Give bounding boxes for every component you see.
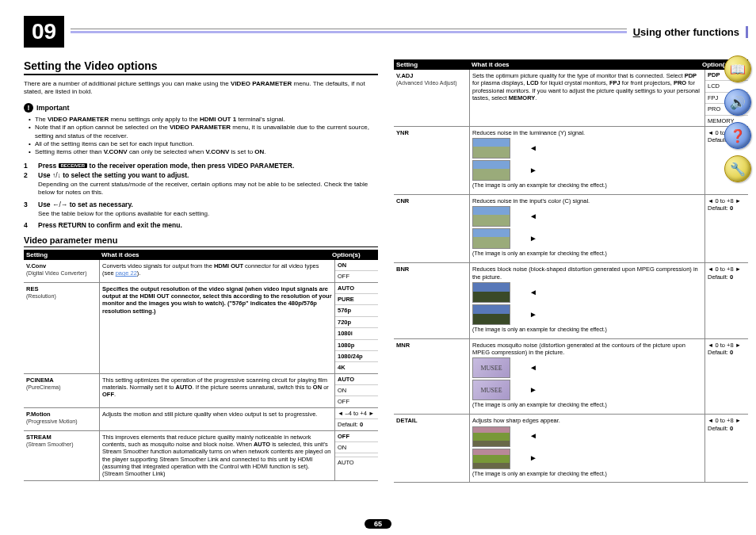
page-header: 09 Using other functions <box>24 16 748 48</box>
step: 2Use ↑/↓ to select the setting you want … <box>24 171 378 179</box>
image-note: (The image is only an example for checki… <box>472 327 702 334</box>
example-thumb: MUSEE <box>472 380 510 400</box>
arrow-right-icon: ► <box>529 166 537 176</box>
header-rule <box>71 31 627 33</box>
table-row: RES(Resolution)Specifies the output reso… <box>24 283 378 374</box>
table-row: BNRReduces block noise (block-shaped dis… <box>394 263 748 339</box>
image-note: (The image is only an example for checki… <box>472 182 702 189</box>
table-row: CNRReduces noise in the input's color (C… <box>394 195 748 263</box>
important-heading: ! Important <box>24 103 378 113</box>
table-row: YNRReduces noise in the luminance (Y) si… <box>394 127 748 195</box>
example-thumb: MUSEE <box>472 357 510 378</box>
help-icon[interactable]: ❓ <box>724 122 751 149</box>
example-thumb <box>472 282 510 303</box>
important-bullets: The VIDEO PARAMETER menu settings only a… <box>29 116 378 157</box>
subsection-heading: Video parameter menu <box>24 235 378 247</box>
left-column: Setting the Video options There are a nu… <box>24 59 378 483</box>
example-thumb <box>472 138 510 159</box>
arrow-right-icon: ► <box>529 234 537 244</box>
example-thumb <box>472 228 510 249</box>
arrow-right-icon: ► <box>529 310 537 320</box>
important-label: Important <box>36 104 70 112</box>
bullet-item: Note that if an option cannot be selecte… <box>29 124 378 140</box>
image-note: (The image is only an example for checki… <box>472 250 702 258</box>
table2-header: SettingWhat it doesOption(s) <box>394 59 748 70</box>
image-note: (The image is only an example for checki… <box>472 471 702 478</box>
right-column: SettingWhat it doesOption(s) V.ADJ(Advan… <box>394 59 748 483</box>
step: 1Press RECEIVER to the receiver operatio… <box>24 162 378 170</box>
chapter-number: 09 <box>24 16 64 48</box>
table-header: SettingWhat it doesOption(s) <box>24 250 378 260</box>
important-icon: ! <box>24 103 33 113</box>
book-icon[interactable]: 📖 <box>724 55 751 82</box>
arrow-right-icon: ► <box>529 453 537 464</box>
side-nav-icons: 📖 🔊 ❓ 🔧 <box>724 55 751 182</box>
arrow-left-icon: ◄ <box>529 143 537 154</box>
example-thumb <box>472 206 510 227</box>
image-note: (The image is only an example for checki… <box>472 402 702 409</box>
example-thumb <box>472 304 510 325</box>
bullet-item: Setting items other than V.CONV can only… <box>29 148 378 156</box>
table-row: V.Conv(Digital Video Converter)Converts … <box>24 260 378 283</box>
step-note: Depending on the current status/mode of … <box>38 181 378 197</box>
table-row: V.ADJ(Advanced Video Adjust)Sets the opt… <box>394 70 748 127</box>
intro-text: There are a number of additional picture… <box>24 80 378 97</box>
step: 4Press RETURN to confirm and exit the me… <box>24 221 378 229</box>
step-note: See the table below for the options avai… <box>38 210 378 218</box>
arrow-left-icon: ◄ <box>529 212 537 222</box>
table-row: MNRReduces mosquito noise (distortion ge… <box>394 339 748 415</box>
example-thumb <box>472 426 510 447</box>
tools-icon[interactable]: 🔧 <box>724 155 751 182</box>
example-thumb <box>472 449 510 469</box>
arrow-left-icon: ◄ <box>529 363 537 373</box>
arrow-right-icon: ► <box>529 385 537 396</box>
step: 3Use ←/→ to set as necessary. <box>24 201 378 208</box>
section-heading: Setting the Video options <box>24 59 378 75</box>
header-title: Using other functions <box>627 26 748 38</box>
table-row: DETAILAdjusts how sharp edges appear.◄►(… <box>394 415 748 483</box>
page-number: 65 <box>365 519 391 529</box>
table-row: P.Motion(Progressive Motion)Adjusts the … <box>24 408 378 431</box>
bullet-item: The VIDEO PARAMETER menu settings only a… <box>29 116 378 124</box>
example-thumb <box>472 160 510 181</box>
arrow-left-icon: ◄ <box>529 431 537 441</box>
arrow-left-icon: ◄ <box>529 288 537 298</box>
speaker-icon[interactable]: 🔊 <box>724 89 751 116</box>
bullet-item: All of the setting items can be set for … <box>29 140 378 148</box>
table-row: STREAM(Stream Smoother)This improves ele… <box>24 431 378 481</box>
table-row: PCINEMA(PureCinema)This setting optimize… <box>24 374 378 408</box>
